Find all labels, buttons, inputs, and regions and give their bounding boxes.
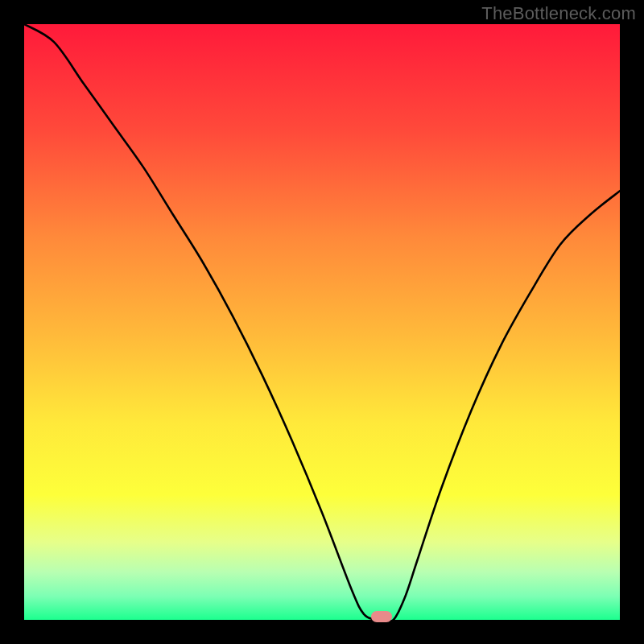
- min-marker: [371, 611, 392, 622]
- plot-area: [24, 24, 620, 620]
- bottleneck-curve: [24, 24, 620, 620]
- chart-container: TheBottleneck.com: [0, 0, 644, 644]
- attribution-label: TheBottleneck.com: [481, 3, 636, 24]
